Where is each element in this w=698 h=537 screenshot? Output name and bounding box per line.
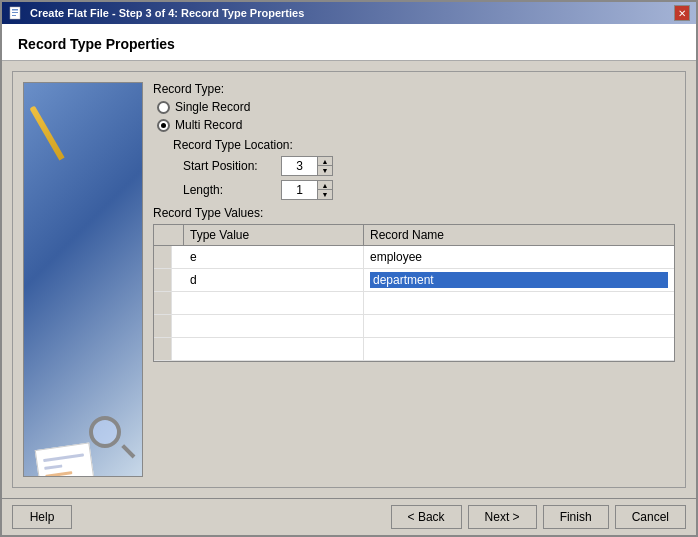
multi-record-radio-button[interactable] — [157, 119, 170, 132]
start-position-value[interactable]: 3 — [282, 157, 317, 175]
length-arrows: ▲ ▼ — [317, 181, 332, 199]
next-button[interactable]: Next > — [468, 505, 537, 529]
table-row: d — [154, 269, 674, 292]
magnifier-icon — [89, 416, 134, 461]
start-position-up[interactable]: ▲ — [318, 157, 332, 166]
record-type-section: Record Type: Single Record Multi Record — [153, 82, 675, 132]
magnifier-circle — [89, 416, 121, 448]
help-button[interactable]: Help — [12, 505, 72, 529]
back-button[interactable]: < Back — [391, 505, 462, 529]
page-header: Record Type Properties — [2, 24, 696, 61]
doc-line — [45, 471, 72, 477]
multi-record-label: Multi Record — [175, 118, 242, 132]
row-indicator-1 — [154, 246, 172, 268]
pencil-icon — [29, 106, 64, 161]
start-position-row: Start Position: 3 ▲ ▼ — [183, 156, 675, 176]
content-area: 2,399 1,870 Rec — [2, 61, 696, 498]
app-icon — [8, 5, 24, 21]
type-value-cell-2[interactable]: d — [184, 269, 364, 291]
type-value-cell-1[interactable]: e — [184, 246, 364, 268]
row-indicator-2 — [154, 269, 172, 291]
footer: Help < Back Next > Finish Cancel — [2, 498, 696, 535]
main-window: Create Flat File - Step 3 of 4: Record T… — [0, 0, 698, 537]
cancel-button[interactable]: Cancel — [615, 505, 686, 529]
title-bar-text: Create Flat File - Step 3 of 4: Record T… — [30, 7, 304, 19]
doc-line — [44, 464, 62, 469]
decorative-image: 2,399 1,870 — [23, 82, 143, 477]
start-position-arrows: ▲ ▼ — [317, 157, 332, 175]
close-button[interactable]: ✕ — [674, 5, 690, 21]
title-bar: Create Flat File - Step 3 of 4: Record T… — [2, 2, 696, 24]
type-value-cell-4[interactable] — [184, 315, 364, 337]
record-type-values-label: Record Type Values: — [153, 206, 263, 220]
finish-button[interactable]: Finish — [543, 505, 609, 529]
start-position-down[interactable]: ▼ — [318, 166, 332, 175]
right-content: Record Type: Single Record Multi Record — [153, 82, 675, 477]
length-value[interactable]: 1 — [282, 181, 317, 199]
record-type-label: Record Type: — [153, 82, 675, 96]
doc-line — [43, 453, 84, 462]
length-row: Length: 1 ▲ ▼ — [183, 180, 675, 200]
page-title: Record Type Properties — [18, 36, 175, 52]
grid-header: Type Value Record Name — [154, 225, 674, 246]
record-name-input-2[interactable] — [370, 272, 668, 288]
grid-header-record-name: Record Name — [364, 225, 674, 245]
table-row — [154, 292, 674, 315]
single-record-radio-button[interactable] — [157, 101, 170, 114]
record-type-location-label: Record Type Location: — [173, 138, 675, 152]
type-value-cell-5[interactable] — [184, 338, 364, 360]
grid-header-indicator — [154, 225, 184, 245]
length-label: Length: — [183, 183, 273, 197]
table-row — [154, 315, 674, 338]
radio-group: Single Record Multi Record — [153, 100, 675, 132]
length-up[interactable]: ▲ — [318, 181, 332, 190]
image-decoration: 2,399 1,870 — [24, 83, 142, 476]
grid-header-type-value: Type Value — [184, 225, 364, 245]
svg-rect-2 — [12, 12, 18, 13]
record-values-section: Record Type Values: Type Value Record Na… — [153, 206, 675, 362]
multi-record-radio[interactable]: Multi Record — [157, 118, 675, 132]
single-record-radio[interactable]: Single Record — [157, 100, 675, 114]
type-value-cell-3[interactable] — [184, 292, 364, 314]
title-bar-left: Create Flat File - Step 3 of 4: Record T… — [8, 5, 304, 21]
record-name-cell-4[interactable] — [364, 315, 674, 337]
svg-rect-1 — [12, 9, 18, 11]
footer-right: < Back Next > Finish Cancel — [391, 505, 686, 529]
length-down[interactable]: ▼ — [318, 190, 332, 199]
magnifier-handle — [121, 444, 135, 458]
single-record-label: Single Record — [175, 100, 250, 114]
row-indicator-3 — [154, 292, 172, 314]
row-indicator-4 — [154, 315, 172, 337]
record-name-cell-5[interactable] — [364, 338, 674, 360]
length-spinbox: 1 ▲ ▼ — [281, 180, 333, 200]
record-name-cell-3[interactable] — [364, 292, 674, 314]
svg-rect-3 — [12, 15, 16, 16]
row-indicator-5 — [154, 338, 172, 360]
record-name-cell-1[interactable]: employee — [364, 246, 674, 268]
start-position-label: Start Position: — [183, 159, 273, 173]
record-type-location-section: Record Type Location: Start Position: 3 … — [153, 138, 675, 200]
start-position-spinbox: 3 ▲ ▼ — [281, 156, 333, 176]
table-row: e employee — [154, 246, 674, 269]
record-values-grid: Type Value Record Name e employee — [153, 224, 675, 362]
table-row — [154, 338, 674, 361]
record-name-cell-2[interactable] — [364, 269, 674, 291]
footer-left: Help — [12, 505, 72, 529]
inner-panel: 2,399 1,870 Rec — [12, 71, 686, 488]
